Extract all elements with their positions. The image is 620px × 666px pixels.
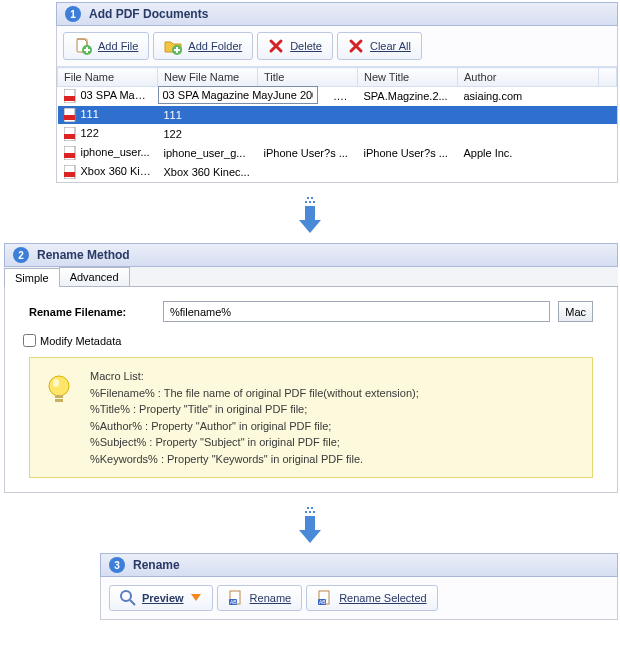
macro-help-text: Macro List: %Filename% : The file name o… (90, 368, 419, 467)
svg-rect-18 (305, 206, 315, 220)
col-new-title[interactable]: New Title (358, 68, 458, 87)
step1-title: Add PDF Documents (89, 7, 208, 21)
svg-rect-22 (55, 399, 63, 402)
cell-file-name: 03 SPA Maga... (81, 89, 157, 101)
flow-arrow-1 (0, 189, 620, 243)
delete-icon (268, 38, 284, 54)
svg-text:AB: AB (230, 599, 237, 605)
tab-simple[interactable]: Simple (4, 268, 60, 287)
delete-label: Delete (290, 40, 322, 52)
svg-rect-13 (307, 197, 309, 199)
add-file-icon (74, 37, 92, 55)
svg-rect-26 (309, 511, 311, 513)
cell-author: asiaing.com (458, 87, 599, 106)
svg-rect-14 (311, 197, 313, 199)
clear-all-icon (348, 38, 364, 54)
new-file-name-edit-input[interactable] (158, 86, 318, 104)
step3-header: 3 Rename (100, 553, 618, 577)
rename-filename-input[interactable] (163, 301, 550, 322)
arrow-down-icon (295, 197, 325, 237)
step1-header: 1 Add PDF Documents (56, 2, 618, 26)
table-row[interactable]: 03 SPA Maga... x .2... SPA.Magzine.2... … (58, 87, 617, 106)
dropdown-triangle-icon (190, 593, 202, 603)
col-author[interactable]: Author (458, 68, 599, 87)
svg-rect-12 (64, 172, 75, 177)
col-title[interactable]: Title (258, 68, 358, 87)
pdf-icon (64, 89, 77, 103)
cell-new-file-name: 122 (158, 125, 258, 144)
documents-table: File Name New File Name Title New Title … (57, 67, 617, 182)
flow-arrow-2 (0, 499, 620, 553)
cell-new-title (358, 106, 458, 125)
step3-toolbar: Preview AB Rename AB Rename Selected (101, 577, 617, 619)
rename-selected-button[interactable]: AB Rename Selected (306, 585, 437, 611)
cell-new-title: SPA.Magzine.2... (358, 87, 458, 106)
clear-all-button[interactable]: Clear All (337, 32, 422, 60)
rename-filename-label: Rename Filename: (29, 306, 155, 318)
cell-new-file-name: Xbox 360 Kinec... (158, 163, 258, 182)
modify-metadata-checkbox[interactable] (23, 334, 36, 347)
cell-title: iPhone User?s ... (258, 144, 358, 163)
pdf-icon (64, 165, 77, 179)
svg-text:AB: AB (319, 599, 326, 605)
cell-author: Apple Inc. (458, 144, 599, 163)
step3-title: Rename (133, 558, 180, 572)
add-file-label: Add File (98, 40, 138, 52)
col-new-file-name[interactable]: New File Name (158, 68, 258, 87)
rename-button[interactable]: AB Rename (217, 585, 303, 611)
table-row[interactable]: Xbox 360 Kin... Xbox 360 Kinec... (58, 163, 617, 182)
rename-icon: AB (228, 590, 244, 606)
svg-rect-23 (307, 507, 309, 509)
add-folder-icon (164, 37, 182, 55)
cell-file-name: 111 (81, 108, 99, 120)
rename-selected-label: Rename Selected (339, 592, 426, 604)
cell-new-file-name: iphone_user_g... (158, 144, 258, 163)
table-row[interactable]: 122 122 (58, 125, 617, 144)
svg-rect-28 (305, 516, 315, 530)
svg-rect-16 (309, 201, 311, 203)
svg-rect-21 (55, 395, 63, 398)
svg-rect-24 (311, 507, 313, 509)
svg-rect-8 (64, 134, 75, 139)
clear-all-label: Clear All (370, 40, 411, 52)
step2-header: 2 Rename Method (4, 243, 618, 267)
step-badge-1: 1 (65, 6, 81, 22)
macro-help-box: Macro List: %Filename% : The file name o… (29, 357, 593, 478)
cell-title (258, 106, 358, 125)
col-file-name[interactable]: File Name (58, 68, 158, 87)
table-row[interactable]: 111 111 (58, 106, 617, 125)
macro-button[interactable]: Mac (558, 301, 593, 322)
table-header-row: File Name New File Name Title New Title … (58, 68, 617, 87)
step2-title: Rename Method (37, 248, 130, 262)
cell-new-title: iPhone User?s ... (358, 144, 458, 163)
svg-rect-6 (64, 115, 75, 120)
rename-label: Rename (250, 592, 292, 604)
svg-rect-25 (305, 511, 307, 513)
add-folder-label: Add Folder (188, 40, 242, 52)
preview-button[interactable]: Preview (109, 585, 213, 611)
svg-rect-15 (305, 201, 307, 203)
step1-toolbar: Add File Add Folder Delete Clear All (57, 26, 617, 67)
tab-advanced[interactable]: Advanced (59, 267, 130, 286)
delete-button[interactable]: Delete (257, 32, 333, 60)
add-file-button[interactable]: Add File (63, 32, 149, 60)
lightbulb-icon (44, 374, 74, 408)
svg-rect-4 (64, 96, 75, 101)
col-spacer (599, 68, 617, 87)
add-folder-button[interactable]: Add Folder (153, 32, 253, 60)
pdf-icon (64, 108, 77, 122)
step-badge-3: 3 (109, 557, 125, 573)
arrow-down-icon (295, 507, 325, 547)
method-tabs: Simple Advanced (4, 267, 618, 287)
table-row[interactable]: iphone_user... iphone_user_g... iPhone U… (58, 144, 617, 163)
svg-rect-27 (313, 511, 315, 513)
svg-point-20 (53, 379, 59, 387)
modify-metadata-label: Modify Metadata (40, 335, 121, 347)
cell-file-name: Xbox 360 Kin... (81, 165, 156, 177)
preview-label: Preview (142, 592, 184, 604)
cell-file-name: iphone_user... (81, 146, 150, 158)
cell-author (458, 106, 599, 125)
pdf-icon (64, 146, 77, 160)
cell-file-name: 122 (81, 127, 99, 139)
rename-selected-icon: AB (317, 590, 333, 606)
